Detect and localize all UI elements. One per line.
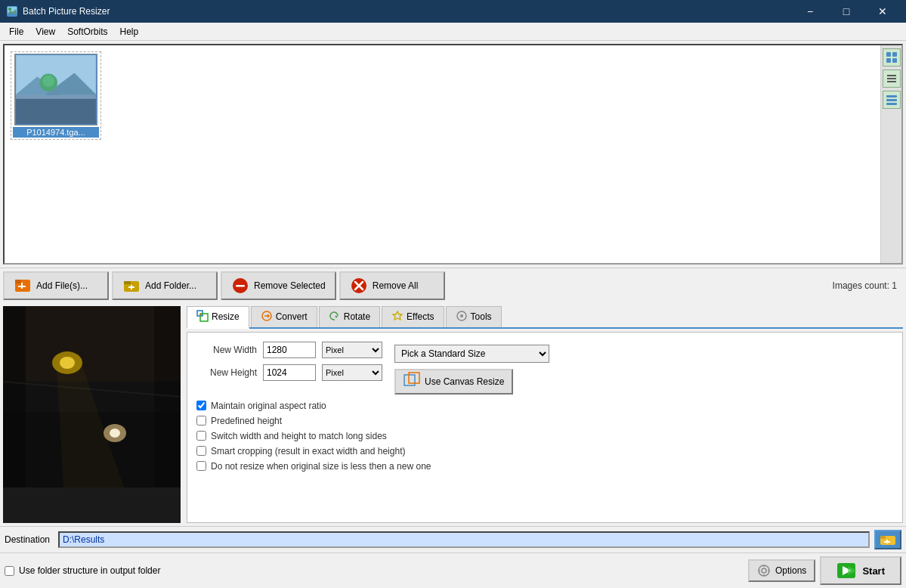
- resize-tab-icon: [196, 310, 209, 324]
- start-icon: [836, 562, 856, 579]
- start-label: Start: [862, 565, 885, 577]
- tab-resize[interactable]: Resize: [187, 306, 249, 329]
- options-button[interactable]: Options: [748, 559, 815, 582]
- svg-rect-22: [886, 103, 897, 105]
- tab-tools[interactable]: Tools: [446, 306, 502, 327]
- switch-dimensions-checkbox[interactable]: [196, 431, 206, 441]
- effects-tab-icon: [391, 310, 404, 324]
- canvas-resize-label: Use Canvas Resize: [425, 376, 504, 387]
- view-thumbnail-button[interactable]: [883, 48, 901, 67]
- svg-rect-5: [15, 95, 97, 125]
- remove-selected-button[interactable]: Remove Selected: [221, 271, 336, 300]
- tab-convert-label: Convert: [276, 311, 308, 322]
- file-list-area: P1014974.tga...: [3, 44, 903, 265]
- width-input[interactable]: [263, 342, 316, 358]
- add-folder-button[interactable]: Add Folder...: [112, 271, 218, 300]
- add-folder-icon: [122, 277, 141, 295]
- tab-effects-label: Effects: [407, 311, 434, 322]
- svg-rect-26: [18, 286, 26, 287]
- svg-rect-61: [884, 541, 890, 543]
- svg-rect-6: [15, 95, 97, 99]
- svg-point-55: [460, 314, 463, 317]
- maximize-button[interactable]: □: [829, 0, 864, 23]
- svg-rect-32: [236, 285, 245, 287]
- svg-rect-24: [15, 280, 21, 283]
- add-folder-label: Add Folder...: [145, 280, 196, 291]
- tab-bar: Resize Convert: [187, 306, 903, 329]
- remove-all-icon: [350, 277, 368, 295]
- aspect-ratio-checkbox[interactable]: [196, 401, 206, 410]
- canvas-resize-icon: [404, 372, 420, 391]
- images-count: Images count: 1: [833, 280, 903, 291]
- menu-softorbits[interactable]: SoftOrbits: [61, 25, 113, 39]
- remove-all-label: Remove All: [373, 280, 419, 291]
- right-panel: Resize Convert: [187, 306, 903, 524]
- view-detail-button[interactable]: [883, 91, 901, 109]
- tab-rotate-label: Rotate: [344, 311, 370, 322]
- footer: Use folder structure in output folder Op…: [0, 552, 906, 588]
- svg-rect-38: [3, 306, 181, 382]
- sidebar-view-icons: [880, 45, 901, 263]
- height-unit-select[interactable]: Pixel Percent Inch Cm: [322, 364, 382, 381]
- canvas-resize-button[interactable]: Use Canvas Resize: [394, 369, 513, 395]
- tab-convert[interactable]: Convert: [251, 306, 317, 327]
- minimize-button[interactable]: −: [793, 0, 827, 23]
- aspect-ratio-label: Maintain original aspect ratio: [211, 401, 326, 411]
- svg-rect-16: [892, 58, 897, 63]
- svg-rect-56: [404, 375, 415, 385]
- start-button[interactable]: Start: [820, 556, 901, 585]
- destination-bar: Destination: [0, 526, 906, 552]
- height-row: New Height Pixel Percent Inch Cm: [196, 364, 382, 381]
- tools-tab-icon: [456, 310, 468, 324]
- switch-dimensions-label: Switch width and height to match long si…: [211, 431, 387, 441]
- close-button[interactable]: ✕: [865, 0, 900, 23]
- remove-all-button[interactable]: Remove All: [339, 271, 445, 300]
- svg-rect-20: [886, 95, 897, 97]
- standard-size-select[interactable]: Pick a Standard Size: [394, 345, 549, 363]
- svg-marker-52: [335, 316, 338, 318]
- use-folder-structure-checkbox[interactable]: [5, 566, 14, 576]
- menu-view[interactable]: View: [29, 25, 61, 39]
- tab-tools-label: Tools: [471, 311, 492, 322]
- destination-input[interactable]: [58, 531, 870, 548]
- width-unit-select[interactable]: Pixel Percent Inch Cm: [322, 342, 382, 358]
- file-name-label: P1014974.tga...: [13, 127, 99, 138]
- svg-rect-11: [15, 54, 97, 95]
- svg-rect-13: [886, 52, 891, 57]
- resize-tab-content: New Width Pixel Percent Inch Cm New Heig…: [187, 332, 903, 524]
- svg-point-2: [8, 8, 11, 11]
- predefined-height-checkbox[interactable]: [196, 416, 206, 426]
- svg-rect-30: [128, 286, 135, 288]
- preview-image: [3, 306, 181, 524]
- list-item[interactable]: P1014974.tga...: [11, 51, 101, 140]
- svg-rect-19: [887, 81, 896, 82]
- convert-tab-icon: [261, 310, 273, 324]
- aspect-ratio-row: Maintain original aspect ratio: [196, 401, 893, 411]
- width-row: New Width Pixel Percent Inch Cm: [196, 342, 382, 358]
- tab-rotate[interactable]: Rotate: [319, 306, 380, 327]
- view-list-button[interactable]: [883, 70, 901, 88]
- svg-rect-28: [124, 281, 131, 284]
- predefined-height-row: Predefined height: [196, 416, 893, 426]
- svg-rect-59: [880, 536, 886, 539]
- use-folder-structure-row: Use folder structure in output folder: [5, 565, 160, 576]
- smart-crop-checkbox[interactable]: [196, 446, 206, 456]
- svg-rect-44: [3, 306, 26, 487]
- smart-crop-label: Smart cropping (result in exact width an…: [211, 446, 405, 456]
- app-title: Batch Picture Resizer: [23, 6, 793, 17]
- tab-effects[interactable]: Effects: [382, 306, 444, 327]
- browse-destination-button[interactable]: [874, 530, 901, 549]
- svg-point-43: [110, 429, 120, 438]
- file-grid[interactable]: P1014974.tga...: [5, 45, 880, 263]
- tab-resize-label: Resize: [212, 311, 240, 322]
- height-input[interactable]: [263, 364, 316, 381]
- no-resize-checkbox[interactable]: [196, 461, 206, 471]
- add-files-button[interactable]: Add File(s)...: [3, 271, 109, 300]
- bottom-panel: Resize Convert: [0, 303, 906, 527]
- no-resize-row: Do not resize when original size is less…: [196, 461, 893, 472]
- menu-file[interactable]: File: [3, 25, 29, 39]
- menu-bar: File View SoftOrbits Help: [0, 23, 906, 41]
- svg-point-62: [759, 565, 769, 576]
- svg-rect-15: [886, 58, 891, 63]
- menu-help[interactable]: Help: [114, 25, 145, 39]
